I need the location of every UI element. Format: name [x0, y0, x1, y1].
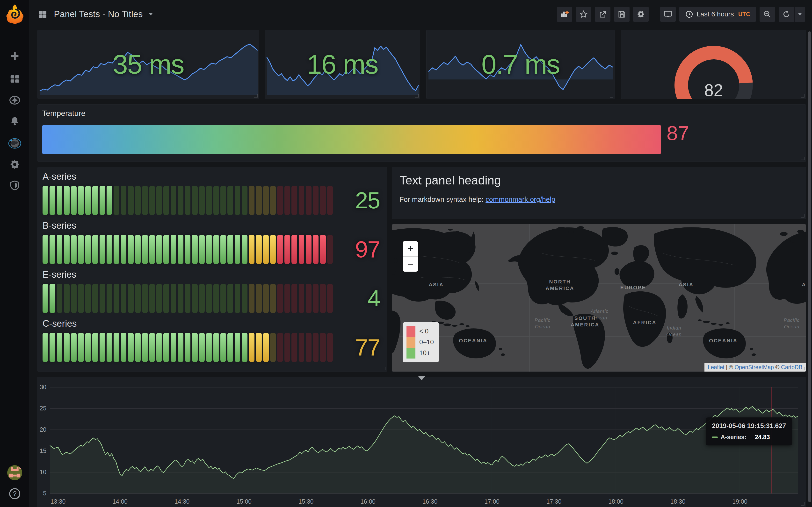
share-button[interactable]: [595, 7, 610, 22]
title-caret-icon[interactable]: [149, 13, 153, 15]
bargauge-value: 25: [355, 186, 380, 215]
sidebar-server-admin-icon[interactable]: [0, 175, 29, 196]
save-button[interactable]: [614, 7, 629, 22]
stat-panel-35ms[interactable]: 35 ms: [38, 30, 259, 99]
map-zoom-in-button[interactable]: +: [403, 241, 418, 257]
world-map[interactable]: AFRICAASIAOCEANIANORTHAMERICASOUTHAMERIC…: [392, 224, 806, 372]
svg-text:19:00: 19:00: [732, 498, 748, 505]
tooltip-timestamp: 2019-05-06 19:15:31.627: [712, 422, 786, 430]
refresh-interval-dropdown[interactable]: [794, 7, 805, 22]
sidebar-explore-icon[interactable]: [0, 89, 29, 111]
user-avatar[interactable]: [0, 462, 29, 484]
attribution-text: ©: [774, 364, 781, 370]
attribution-link[interactable]: OpenStreetMap: [735, 364, 774, 370]
bargauge-series-label: B-series: [43, 220, 387, 231]
graph-tooltip: 2019-05-06 19:15:31.627 A-series: 24.83: [706, 417, 792, 445]
add-panel-button[interactable]: [557, 7, 572, 22]
gauge-panel[interactable]: 82: [621, 30, 806, 99]
svg-text:AFRICA: AFRICA: [392, 320, 393, 325]
svg-text:82: 82: [704, 81, 723, 99]
stat-panel-0-7ms[interactable]: 0.7 ms: [426, 30, 615, 99]
bargauge-series-label: C-series: [43, 319, 387, 329]
bargauge-track: [43, 284, 333, 313]
series-color-dash-icon: [712, 437, 718, 438]
panel-menu-caret-icon[interactable]: [418, 376, 425, 380]
svg-text:10: 10: [40, 469, 46, 475]
settings-button[interactable]: [633, 7, 649, 22]
svg-text:OCEANIA: OCEANIA: [709, 338, 738, 343]
svg-text:Ocean: Ocean: [784, 324, 800, 329]
temperature-bargauge-panel[interactable]: Temperature 87: [38, 104, 806, 162]
attribution-link[interactable]: CartoDB: [781, 364, 802, 370]
gauge-chart: 82: [621, 30, 806, 99]
bargauge-series-label: A-series: [43, 171, 387, 182]
temperature-gradient-bar: [42, 125, 661, 154]
svg-text:ASIA: ASIA: [429, 282, 444, 287]
svg-text:AMERICA: AMERICA: [546, 285, 574, 291]
sidebar-alerting-icon[interactable]: [0, 110, 29, 132]
temperature-label: Temperature: [42, 109, 86, 118]
svg-text:Pacific: Pacific: [784, 318, 800, 323]
bargauge-track: [43, 235, 333, 264]
svg-text:ASIA: ASIA: [678, 282, 694, 287]
svg-text:17:30: 17:30: [546, 498, 562, 505]
refresh-button[interactable]: [779, 7, 794, 22]
markdown-help-text: For markdown syntax help:: [400, 195, 486, 203]
bargauge-track: [43, 186, 333, 215]
bargauge-row: A-series25: [43, 171, 387, 215]
sidebar-dashboards-icon[interactable]: [0, 68, 29, 90]
time-picker-button[interactable]: Last 6 hours UTC: [679, 7, 756, 22]
svg-text:Atlantic: Atlantic: [591, 308, 609, 314]
zoom-out-button[interactable]: [760, 7, 775, 22]
svg-text:A: A: [802, 282, 806, 287]
stat-value: 35 ms: [38, 30, 259, 99]
map-zoom-out-button[interactable]: −: [403, 257, 418, 272]
top-navbar: Panel Tests - No Titles: [29, 0, 812, 29]
commonmark-link[interactable]: commonmark.org/help: [486, 195, 555, 203]
graph-panel[interactable]: 5101520253013:3014:0014:3015:0015:3016:0…: [38, 377, 806, 507]
bargauge-value: 97: [355, 235, 380, 264]
bargauge-row: E-series4: [43, 270, 387, 313]
svg-text:15:30: 15:30: [298, 498, 314, 505]
svg-text:Indian: Indian: [667, 325, 681, 331]
dashboard-title[interactable]: Panel Tests - No Titles: [54, 9, 143, 19]
svg-text:AFRICA: AFRICA: [633, 320, 656, 325]
timeseries-chart: 5101520253013:3014:0014:3015:0015:3016:0…: [38, 377, 806, 507]
stat-panel-16ms[interactable]: 16 ms: [265, 30, 420, 99]
svg-text:30: 30: [40, 384, 46, 390]
grafana-logo-icon[interactable]: [4, 3, 25, 24]
attribution-link[interactable]: Leaflet: [708, 364, 724, 370]
attribution-text: | ©: [724, 364, 735, 370]
legend-swatch: [406, 337, 415, 348]
map-attribution: Leaflet | © OpenStreetMap © CartoDB: [704, 363, 806, 372]
tooltip-series-value: 24.83: [755, 434, 770, 441]
bargauge-value: 77: [355, 333, 380, 362]
help-icon[interactable]: ?: [0, 483, 29, 505]
clock-icon: [685, 10, 693, 18]
svg-text:Ocean: Ocean: [535, 324, 550, 329]
svg-text:OCEANIA: OCEANIA: [459, 338, 488, 343]
svg-text:25: 25: [40, 405, 46, 412]
worldmap-panel[interactable]: AFRICAASIAOCEANIANORTHAMERICASOUTHAMERIC…: [392, 224, 806, 372]
svg-text:16:30: 16:30: [422, 498, 438, 505]
star-button[interactable]: [576, 7, 591, 22]
svg-text:14:30: 14:30: [174, 498, 190, 505]
sidebar-configuration-icon[interactable]: [0, 154, 29, 175]
timezone-badge: UTC: [738, 11, 750, 18]
svg-text:16:00: 16:00: [360, 498, 375, 505]
svg-text:5: 5: [43, 490, 46, 497]
svg-text:Ocean: Ocean: [666, 332, 682, 337]
cycle-view-button[interactable]: [660, 7, 676, 22]
text-panel[interactable]: Text panel heading For markdown syntax h…: [392, 167, 806, 219]
svg-text:NORTH: NORTH: [549, 279, 571, 284]
sidebar: ?: [0, 0, 29, 507]
svg-text:15: 15: [40, 447, 46, 454]
sidebar-worldmap-plugin-icon[interactable]: [0, 132, 29, 154]
sidebar-create-icon[interactable]: [0, 45, 29, 67]
map-legend: < 00–1010+: [403, 322, 439, 362]
svg-text:18:00: 18:00: [608, 498, 623, 505]
bargauge-panel[interactable]: A-series25B-series97E-series4C-series77: [38, 167, 387, 372]
page-scrollbar[interactable]: [808, 32, 811, 502]
bargauge-row: C-series77: [43, 319, 387, 362]
svg-text:18:30: 18:30: [670, 498, 686, 505]
